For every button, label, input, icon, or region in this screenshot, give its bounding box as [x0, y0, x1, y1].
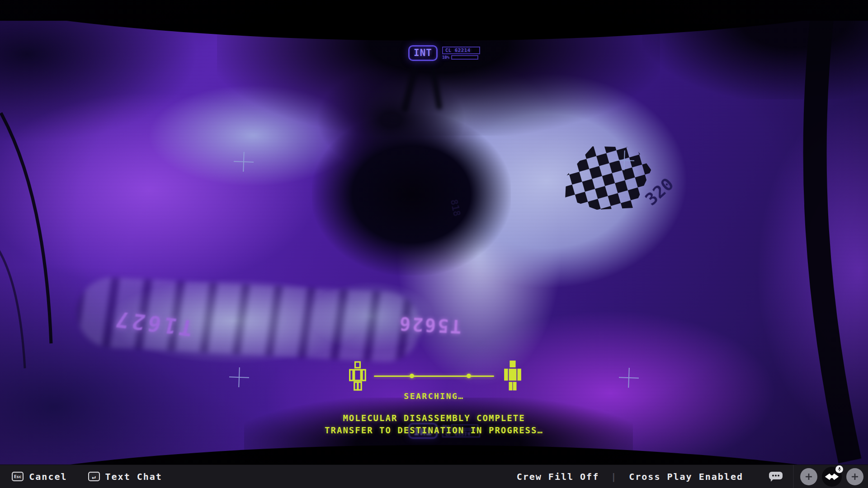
add-player-button-right[interactable]: [846, 468, 863, 485]
source-player-icon: [349, 361, 367, 391]
int-readout-percent: 10%: [442, 55, 449, 60]
microphone-badge: [835, 465, 843, 473]
cancel-button[interactable]: Esc Cancel: [12, 471, 67, 482]
int-readout-code: CL 62214: [442, 47, 480, 54]
microphone-icon: [837, 467, 842, 472]
text-chat-button[interactable]: ↵ Text Chat: [88, 471, 162, 482]
player-avatar-icon: [825, 472, 839, 482]
bar-divider: [793, 465, 794, 488]
plus-icon: [805, 473, 813, 481]
searching-status: SEARCHING…: [404, 391, 464, 401]
game-screen: T1627 T5626 320 818 INT CL 62214 10% INT…: [0, 0, 868, 488]
destination-player-icon: [503, 360, 522, 391]
crosshair-marker-top-right: [614, 150, 635, 171]
bottom-bar: Esc Cancel ↵ Text Chat Crew Fill Off | C…: [0, 465, 868, 488]
transfer-dot-left: [410, 374, 414, 378]
crosshair-marker-bottom-right: [618, 367, 639, 388]
crosshair-marker-top-left: [233, 151, 254, 172]
add-player-button-left[interactable]: [800, 468, 817, 485]
player-slots: [800, 467, 863, 487]
int-readout: CL 62214 10%: [442, 47, 480, 60]
transfer-line: [374, 375, 494, 377]
int-readout-bar: [451, 55, 478, 60]
transfer-dot-right: [467, 374, 471, 378]
cross-play-status: Cross Play Enabled: [629, 471, 743, 482]
int-badge-group: INT CL 62214 10%: [408, 45, 480, 61]
text-chat-label: Text Chat: [105, 471, 162, 482]
esc-key-icon: Esc: [12, 472, 24, 481]
transfer-message-line2: TRANSFER TO DESTINATION IN PROGRESS…: [325, 425, 543, 435]
status-divider: |: [611, 471, 617, 482]
cancel-label: Cancel: [29, 471, 67, 482]
chat-bubble-icon[interactable]: [768, 471, 784, 483]
crosshair-marker-bottom-left: [229, 367, 250, 388]
int-badge: INT: [408, 45, 438, 61]
enter-key-icon: ↵: [88, 472, 100, 481]
plus-icon: [851, 473, 859, 481]
player-avatar[interactable]: [822, 467, 842, 487]
screen-top-letterbox: [0, 0, 868, 21]
transfer-message-line1: MOLECULAR DISASSEMBLY COMPLETE: [343, 413, 525, 423]
crew-fill-status: Crew Fill Off: [517, 471, 599, 482]
